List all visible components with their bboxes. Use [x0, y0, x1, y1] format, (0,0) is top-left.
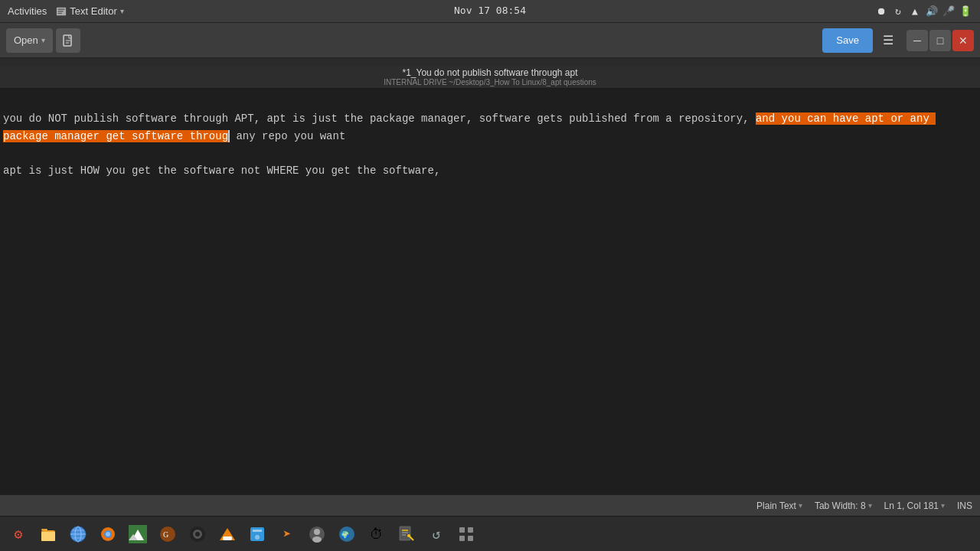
toolbar: Open ▾ Save ☰ ─ □ ✕	[0, 23, 980, 58]
svg-rect-41	[468, 527, 473, 533]
wifi-icon[interactable]: ▲	[908, 5, 922, 18]
svg-rect-27	[253, 530, 262, 532]
svg-point-39	[407, 534, 410, 537]
line3-text: apt is just HOW you get the software not…	[3, 165, 440, 177]
battery-icon[interactable]: 🔋	[959, 5, 972, 18]
top-bar-right: ⏺ ↻ ▲ 🔊 🎤 🔋	[874, 5, 972, 18]
browser-svg-icon	[69, 525, 87, 543]
svg-rect-5	[41, 529, 47, 530]
svg-point-31	[312, 536, 322, 543]
taskbar-steam-icon[interactable]	[184, 520, 211, 548]
update-icon[interactable]: ↻	[891, 5, 905, 18]
network-svg-icon: 🌍	[338, 525, 356, 543]
new-document-button[interactable]	[56, 28, 80, 53]
window-controls: ─ □ ✕	[906, 30, 974, 51]
plain-text-selector[interactable]: Plain Text ▾	[756, 500, 802, 511]
editor-area[interactable]: you do NOT publish software through APT,…	[0, 89, 980, 494]
tab-width-label: Tab Width: 8	[815, 500, 866, 511]
svg-rect-40	[459, 527, 465, 533]
open-button[interactable]: Open ▾	[6, 28, 53, 53]
top-bar-clock: Nov 17 08:54	[454, 5, 526, 16]
hamburger-icon: ☰	[883, 33, 893, 47]
minimize-button[interactable]: ─	[906, 30, 928, 51]
mic-icon[interactable]: 🎤	[942, 5, 956, 18]
svg-text:🌍: 🌍	[341, 530, 350, 540]
text-editor-app-icon	[56, 6, 67, 17]
user-svg-icon	[308, 525, 326, 543]
close-button[interactable]: ✕	[952, 30, 974, 51]
tab-width-selector[interactable]: Tab Width: 8 ▾	[815, 500, 872, 511]
taskbar-menu-grid-icon[interactable]	[452, 520, 480, 548]
open-dropdown-arrow: ▾	[41, 36, 45, 44]
taskbar-mountains-icon[interactable]	[124, 520, 152, 548]
steam-svg-icon	[188, 525, 207, 543]
svg-point-28	[255, 535, 260, 540]
position-chevron: ▾	[941, 501, 945, 510]
taskbar-vlc-icon[interactable]	[214, 520, 241, 548]
svg-rect-25	[223, 536, 232, 540]
files-svg-icon	[39, 525, 57, 543]
maximize-button[interactable]: □	[929, 30, 951, 51]
text-before-selection: you do NOT publish software through APT,…	[3, 112, 756, 125]
activities-button[interactable]: Activities	[8, 5, 47, 17]
svg-text:G: G	[163, 530, 168, 539]
document-tab[interactable]: *1_You do not publish software through a…	[0, 66, 980, 88]
top-bar: Activities Text Editor ▾ Nov 17 08:54 ⏺ …	[0, 0, 980, 23]
app-menu-chevron[interactable]: ▾	[120, 7, 124, 15]
gimp-svg-icon: G	[158, 525, 177, 543]
volume-icon[interactable]: 🔊	[925, 5, 939, 18]
svg-rect-7	[41, 532, 55, 541]
svg-point-15	[106, 532, 110, 536]
svg-point-30	[314, 529, 320, 535]
svg-rect-43	[468, 536, 473, 541]
text-after-selection: any repo you want	[230, 130, 345, 142]
svg-rect-34	[400, 527, 410, 540]
toolbar-menu-button[interactable]: ☰	[876, 28, 900, 53]
cursor-position[interactable]: Ln 1, Col 181 ▾	[884, 500, 945, 511]
svg-rect-3	[58, 12, 62, 13]
tab-bar: *1_You do not publish software through a…	[0, 58, 980, 89]
mountains-svg-icon	[129, 525, 147, 543]
plain-text-label: Plain Text	[756, 500, 796, 511]
taskbar-settings-icon[interactable]: ⚙	[5, 520, 32, 548]
new-doc-icon	[62, 34, 74, 47]
textedit-svg-icon	[397, 525, 416, 543]
tab-title: *1_You do not publish software through a…	[402, 67, 577, 78]
grid-svg-icon	[457, 525, 475, 543]
save-button[interactable]: Save	[822, 28, 873, 53]
plain-text-chevron: ▾	[799, 501, 802, 510]
taskbar-browser-icon[interactable]	[64, 520, 92, 548]
top-bar-left: Activities Text Editor ▾	[8, 5, 124, 17]
tab-subtitle: INTERNAL DRIVE ~/Desktop/3_How To Linux/…	[384, 78, 596, 86]
svg-rect-42	[459, 536, 465, 541]
app-name-label: Text Editor ▾	[56, 5, 123, 17]
status-bar: Plain Text ▾ Tab Width: 8 ▾ Ln 1, Col 18…	[0, 494, 980, 516]
svg-rect-2	[58, 11, 64, 11]
taskbar-refresh-icon[interactable]: ↺	[423, 520, 450, 548]
taskbar-files-icon[interactable]	[34, 520, 62, 548]
taskbar-disk-icon[interactable]	[243, 520, 271, 548]
disk-svg-icon	[248, 525, 266, 543]
record-icon[interactable]: ⏺	[874, 5, 888, 18]
editor-content[interactable]: you do NOT publish software through APT,…	[3, 93, 977, 196]
taskbar-user-icon[interactable]	[303, 520, 331, 548]
taskbar-textedit-icon[interactable]	[393, 520, 420, 548]
taskbar-network-icon[interactable]: 🌍	[333, 520, 361, 548]
taskbar-timer-icon[interactable]: ⏱	[363, 520, 390, 548]
taskbar-arrow-icon[interactable]: ➤	[273, 520, 301, 548]
position-label: Ln 1, Col 181	[884, 500, 939, 511]
tab-width-chevron: ▾	[868, 501, 872, 510]
taskbar: ⚙ G	[0, 516, 980, 551]
insert-mode-label: INS	[957, 500, 972, 511]
firefox-svg-icon	[99, 525, 117, 543]
taskbar-gimp-icon[interactable]: G	[154, 520, 181, 548]
taskbar-firefox-icon[interactable]	[94, 520, 122, 548]
svg-point-23	[195, 532, 200, 536]
svg-rect-1	[58, 8, 65, 9]
vlc-svg-icon	[218, 525, 237, 543]
